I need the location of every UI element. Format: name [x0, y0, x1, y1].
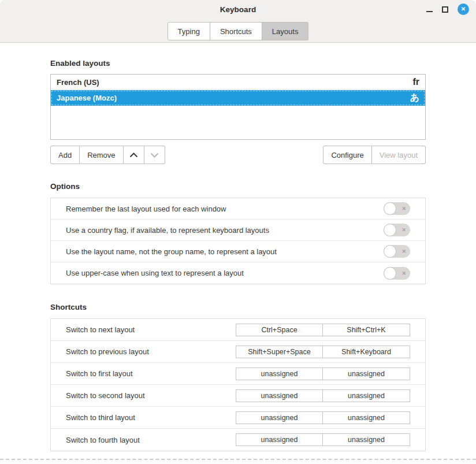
toggle-off-icon: ✕ — [401, 270, 406, 276]
shortcut-row-next-layout: Switch to next layout Ctrl+Space Shift+C… — [51, 319, 425, 341]
shortcut-label: Switch to next layout — [66, 325, 135, 334]
keybinding-button[interactable]: Shift+Super+Space — [236, 346, 323, 358]
close-icon: ✕ — [461, 6, 466, 12]
option-label: Use a country flag, if available, to rep… — [66, 226, 269, 235]
shortcut-row-third-layout: Switch to third layout unassigned unassi… — [51, 407, 425, 429]
layout-name: Japanese (Mozc) — [57, 94, 117, 102]
edit-button-group: Add Remove — [50, 146, 165, 164]
layout-indicator: fr — [412, 77, 419, 87]
keybinding-button[interactable]: unassigned — [323, 411, 410, 424]
toggle-knob — [384, 267, 396, 280]
option-row-layout-name: Use the layout name, not the group name,… — [51, 241, 425, 262]
keybinding-button[interactable]: unassigned — [323, 389, 410, 402]
options-list: Remember the last layout used for each w… — [50, 198, 426, 284]
maximize-button[interactable] — [442, 6, 448, 13]
keybinding-button[interactable]: unassigned — [323, 433, 410, 446]
minimize-button[interactable] — [426, 7, 433, 12]
chevron-up-icon — [129, 153, 138, 158]
keybinding-button[interactable]: Shift+Ctrl+K — [323, 324, 410, 336]
maximize-icon — [442, 6, 448, 13]
move-down-button[interactable] — [144, 146, 165, 164]
shortcut-row-second-layout: Switch to second layout unassigned unass… — [51, 385, 425, 407]
toggle-remember-layout[interactable]: ✕ — [384, 202, 410, 215]
keybinding-button[interactable]: unassigned — [236, 389, 323, 402]
shortcuts-heading: Shortcuts — [50, 303, 426, 312]
option-label: Use upper-case when using text to repres… — [66, 269, 244, 277]
toggle-layout-name[interactable]: ✕ — [384, 245, 410, 258]
scroll-edge-divider — [0, 459, 476, 464]
chevron-down-icon — [150, 153, 159, 158]
shortcut-row-fourth-layout: Switch to fourth layout unassigned unass… — [51, 429, 425, 451]
toggle-off-icon: ✕ — [401, 249, 406, 254]
toggle-off-icon: ✕ — [401, 206, 406, 211]
window-header: Keyboard ✕ Typing Shortcuts Layouts — [0, 0, 476, 43]
toggle-off-icon: ✕ — [401, 228, 406, 233]
tab-shortcuts[interactable]: Shortcuts — [210, 22, 262, 40]
shortcut-label: Switch to fourth layout — [66, 436, 140, 444]
shortcut-row-previous-layout: Switch to previous layout Shift+Super+Sp… — [51, 341, 425, 363]
option-row-upper-case: Use upper-case when using text to repres… — [51, 262, 425, 284]
layout-indicator: あ — [410, 93, 419, 102]
layouts-page: Enabled layouts French (US) fr Japanese … — [0, 43, 476, 457]
window-title: Keyboard — [220, 5, 256, 14]
toggle-knob — [384, 202, 396, 215]
tab-bar: Typing Shortcuts Layouts — [0, 18, 476, 42]
keybinding-group: unassigned unassigned — [236, 411, 410, 424]
keybinding-button[interactable]: unassigned — [236, 368, 323, 380]
option-row-country-flag: Use a country flag, if available, to rep… — [51, 220, 425, 241]
configure-button-group: Configure View layout — [323, 146, 426, 164]
tab-typing[interactable]: Typing — [168, 22, 210, 40]
toggle-knob — [384, 224, 396, 236]
shortcut-label: Switch to second layout — [66, 391, 145, 400]
add-button[interactable]: Add — [50, 146, 80, 164]
options-heading: Options — [50, 182, 426, 191]
window-controls: ✕ — [426, 0, 469, 18]
keybinding-group: unassigned unassigned — [236, 368, 410, 380]
toggle-knob — [384, 245, 396, 258]
option-row-remember-layout: Remember the last layout used for each w… — [51, 198, 425, 220]
shortcuts-table: Switch to next layout Ctrl+Space Shift+C… — [50, 318, 426, 451]
configure-button[interactable]: Configure — [323, 146, 371, 164]
close-button[interactable]: ✕ — [458, 3, 469, 15]
tab-layouts[interactable]: Layouts — [262, 22, 309, 40]
option-label: Remember the last layout used for each w… — [66, 205, 226, 213]
toggle-country-flag[interactable]: ✕ — [384, 224, 410, 236]
keyboard-settings-window: Keyboard ✕ Typing Shortcuts Layouts Enab… — [0, 0, 476, 464]
keybinding-group: unassigned unassigned — [236, 433, 410, 446]
option-label: Use the layout name, not the group name,… — [66, 247, 277, 256]
minimize-icon — [426, 11, 433, 12]
toggle-upper-case[interactable]: ✕ — [384, 267, 410, 280]
keybinding-button[interactable]: unassigned — [323, 368, 410, 380]
shortcut-label: Switch to previous layout — [66, 347, 149, 356]
shortcut-label: Switch to first layout — [66, 369, 133, 378]
layouts-toolbar: Add Remove Configure View layout — [50, 146, 426, 164]
remove-button[interactable]: Remove — [80, 146, 123, 164]
keybinding-button[interactable]: unassigned — [236, 411, 323, 424]
keybinding-group: unassigned unassigned — [236, 389, 410, 402]
keybinding-button[interactable]: Shift+Keyboard — [323, 346, 410, 358]
view-layout-button[interactable]: View layout — [372, 146, 426, 164]
shortcut-row-first-layout: Switch to first layout unassigned unassi… — [51, 363, 425, 385]
keybinding-button[interactable]: Ctrl+Space — [236, 324, 323, 336]
layout-name: French (US) — [57, 78, 99, 87]
keybinding-button[interactable]: unassigned — [236, 433, 323, 446]
layout-row-japanese[interactable]: Japanese (Mozc) あ — [51, 90, 425, 106]
shortcut-label: Switch to third layout — [66, 413, 135, 422]
move-up-button[interactable] — [124, 146, 144, 164]
keybinding-group: Shift+Super+Space Shift+Keyboard — [236, 346, 410, 358]
titlebar: Keyboard ✕ — [0, 0, 476, 18]
enabled-layouts-heading: Enabled layouts — [50, 59, 426, 68]
enabled-layouts-list: French (US) fr Japanese (Mozc) あ — [50, 74, 426, 140]
layout-row-french[interactable]: French (US) fr — [51, 75, 425, 90]
keybinding-group: Ctrl+Space Shift+Ctrl+K — [236, 324, 410, 336]
